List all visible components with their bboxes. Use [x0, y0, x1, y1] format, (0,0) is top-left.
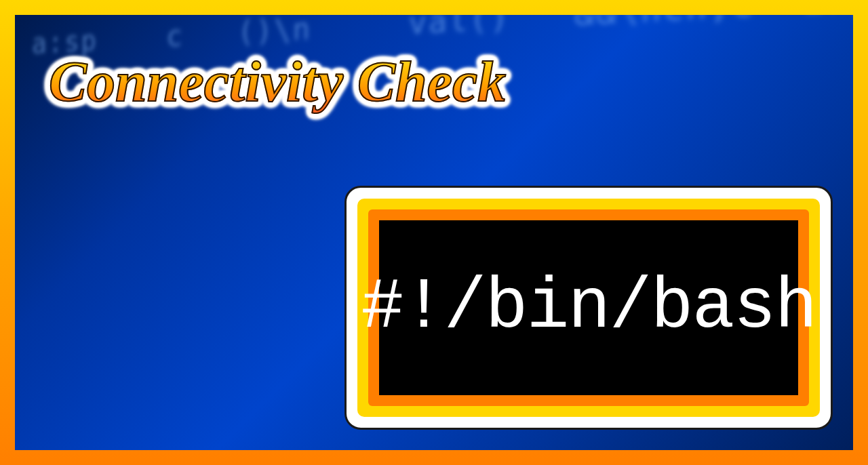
bash-shebang-text: #!/bin/bash	[379, 220, 798, 395]
bash-panel: #!/bin/bash	[344, 186, 833, 430]
bash-border-orange: #!/bin/bash	[368, 209, 809, 406]
main-title: Connectivity Check	[49, 49, 506, 115]
gradient-frame: a:sp c ()\n val() &&\nch;c input_ =\nval…	[0, 0, 868, 465]
bash-border-yellow: #!/bin/bash	[357, 199, 820, 417]
main-panel: a:sp c ()\n val() &&\nch;c input_ =\nval…	[15, 15, 853, 450]
